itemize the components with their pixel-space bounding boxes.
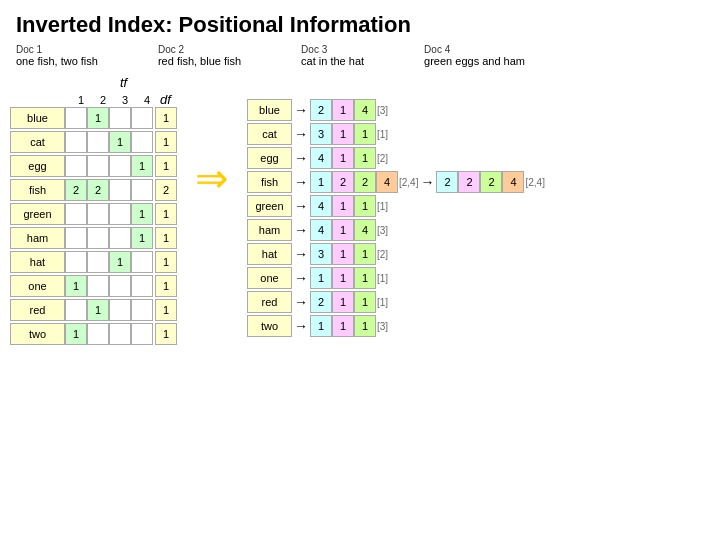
- freq-cell: 2: [65, 179, 87, 201]
- post-freq-cell: 1: [332, 99, 354, 121]
- post-pos-cell: 2: [480, 171, 502, 193]
- doc-item: Doc 2red fish, blue fish: [158, 44, 241, 67]
- doc-label: Doc 4: [424, 44, 525, 55]
- post-doc-cell: 1: [310, 171, 332, 193]
- col-header: 3: [114, 94, 136, 106]
- postings-row: red→211[1]: [247, 291, 545, 313]
- post-freq-cell: 2: [332, 171, 354, 193]
- post-pos-cell: 4: [354, 219, 376, 241]
- df-col-header: df: [160, 92, 171, 107]
- post-pos-cell: 1: [354, 243, 376, 265]
- post-arrow: →: [294, 246, 308, 262]
- freq-cell: [87, 323, 109, 345]
- term-cell: egg: [10, 155, 65, 177]
- freq-cell: 1: [109, 251, 131, 273]
- post-term-cell: egg: [247, 147, 292, 169]
- freq-cell: [109, 299, 131, 321]
- postings-row: one→111[1]: [247, 267, 545, 289]
- post-pos-cell: 4: [354, 99, 376, 121]
- post-pos-cell: 1: [354, 315, 376, 337]
- index-row: red11: [10, 299, 177, 321]
- index-row: green11: [10, 203, 177, 225]
- post-freq-cell: 1: [332, 123, 354, 145]
- doc-item: Doc 3cat in the hat: [301, 44, 364, 67]
- tf-label: tf: [70, 75, 177, 90]
- post-doc-cell: 1: [310, 315, 332, 337]
- post-pos-cell: 1: [354, 195, 376, 217]
- freq-cell: [87, 227, 109, 249]
- freq-cell: 1: [65, 275, 87, 297]
- post-bracket: [1]: [377, 297, 388, 308]
- post-arrow: →: [294, 174, 308, 190]
- arrow-container: ⇒: [187, 155, 237, 201]
- freq-cell: [65, 203, 87, 225]
- post-doc-cell: 2: [310, 291, 332, 313]
- post-term-cell: two: [247, 315, 292, 337]
- post-doc-cell: 3: [310, 123, 332, 145]
- post-term-cell: ham: [247, 219, 292, 241]
- post-freq-cell: 1: [332, 291, 354, 313]
- post-freq-cell: 1: [332, 147, 354, 169]
- index-row: two11: [10, 323, 177, 345]
- term-cell: fish: [10, 179, 65, 201]
- df-cell: 1: [155, 323, 177, 345]
- freq-cell: [131, 251, 153, 273]
- df-cell: 1: [155, 299, 177, 321]
- df-cell: 1: [155, 275, 177, 297]
- post-bracket: [2]: [377, 153, 388, 164]
- df-cell: 1: [155, 107, 177, 129]
- freq-cell: [65, 107, 87, 129]
- post-pos-cell: 4: [376, 171, 398, 193]
- post-doc-cell: 4: [310, 195, 332, 217]
- doc-item: Doc 1one fish, two fish: [16, 44, 98, 67]
- post-arrow: →: [294, 126, 308, 142]
- df-cell: 1: [155, 251, 177, 273]
- page-title: Inverted Index: Positional Information: [0, 0, 720, 44]
- freq-cell: [87, 251, 109, 273]
- doc-text: red fish, blue fish: [158, 55, 241, 67]
- doc-text: green eggs and ham: [424, 55, 525, 67]
- post-term-cell: one: [247, 267, 292, 289]
- doc-item: Doc 4green eggs and ham: [424, 44, 525, 67]
- post-bracket: [2]: [377, 249, 388, 260]
- post-doc-cell: 3: [310, 243, 332, 265]
- post-bracket: [3]: [377, 225, 388, 236]
- post-pos-cell: 1: [354, 123, 376, 145]
- post-term-cell: hat: [247, 243, 292, 265]
- freq-cell: [65, 131, 87, 153]
- index-row: egg11: [10, 155, 177, 177]
- postings-row: ham→414[3]: [247, 219, 545, 241]
- postings-row: cat→311[1]: [247, 123, 545, 145]
- index-row: cat11: [10, 131, 177, 153]
- term-cell: red: [10, 299, 65, 321]
- freq-cell: [131, 323, 153, 345]
- term-cell: green: [10, 203, 65, 225]
- freq-cell: [109, 227, 131, 249]
- postings-row: hat→311[2]: [247, 243, 545, 265]
- freq-cell: [65, 251, 87, 273]
- freq-cell: [65, 227, 87, 249]
- freq-cell: [87, 275, 109, 297]
- index-row: hat11: [10, 251, 177, 273]
- term-cell: cat: [10, 131, 65, 153]
- freq-cell: [65, 299, 87, 321]
- freq-cell: [109, 323, 131, 345]
- post-doc-cell: 2: [310, 99, 332, 121]
- post-pos-cell: 1: [354, 267, 376, 289]
- freq-cell: 1: [65, 323, 87, 345]
- post-term-cell: red: [247, 291, 292, 313]
- df-cell: 2: [155, 179, 177, 201]
- main-content: tf 1234dfblue11cat11egg11fish222green11h…: [0, 75, 720, 347]
- post-term-cell: fish: [247, 171, 292, 193]
- post-bracket: [1]: [377, 273, 388, 284]
- post-freq-cell: 1: [332, 219, 354, 241]
- freq-cell: [109, 155, 131, 177]
- index-row: ham11: [10, 227, 177, 249]
- post-freq-cell: 2: [458, 171, 480, 193]
- post-freq-cell: 1: [332, 267, 354, 289]
- col-header: 2: [92, 94, 114, 106]
- col-headers: 1234df: [70, 92, 177, 107]
- post-bracket: [3]: [377, 105, 388, 116]
- postings-row: two→111[3]: [247, 315, 545, 337]
- df-cell: 1: [155, 155, 177, 177]
